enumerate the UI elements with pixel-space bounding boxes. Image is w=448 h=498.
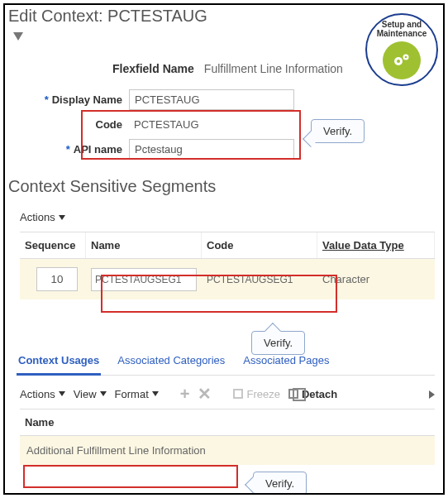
- verify-callout-1: Verify.: [311, 119, 365, 143]
- delete-icon[interactable]: ✕: [198, 385, 212, 402]
- verify-callout-2: Verify.: [251, 331, 305, 355]
- badge-text: Setup andMaintenance: [377, 20, 427, 38]
- col-value-data-type[interactable]: Value Data Type: [317, 232, 435, 258]
- segments-table: Sequence Name Code Value Data Type PCTES…: [20, 232, 435, 299]
- col-code[interactable]: Code: [202, 232, 317, 258]
- segment-name-input[interactable]: [91, 268, 197, 291]
- segments-heading: Context Sensitive Segments: [5, 162, 443, 199]
- detach-button[interactable]: Detach: [288, 388, 337, 400]
- badge-icon-circle: [383, 41, 421, 79]
- code-label: Code: [96, 118, 123, 131]
- caret-down-icon: [152, 391, 159, 396]
- usages-actions-menu[interactable]: Actions: [20, 388, 65, 400]
- highlight-usage-row: [23, 465, 238, 488]
- code-row: Code PCTESTAUG: [5, 113, 443, 136]
- caret-down-icon: [59, 215, 65, 220]
- gears-icon: [392, 51, 412, 70]
- col-name[interactable]: Name: [86, 232, 202, 258]
- display-name-row: *Display Name: [5, 87, 443, 113]
- display-name-input[interactable]: [129, 89, 294, 110]
- sequence-input[interactable]: [36, 267, 78, 291]
- display-name-label: Display Name: [52, 93, 122, 106]
- subtabs: Context Usages Associated Categories Ass…: [17, 349, 435, 376]
- flexfield-name-label: Flexfield Name: [112, 62, 194, 75]
- disclose-toggle[interactable]: [13, 32, 23, 41]
- code-value: PCTESTAUG: [129, 115, 294, 134]
- usages-row-name: Additional Fulfillment Line Information: [26, 444, 206, 457]
- edit-context-page: Edit Context: PCTESTAUG Setup andMainten…: [3, 3, 445, 495]
- usages-view-menu[interactable]: View: [74, 388, 107, 400]
- add-icon[interactable]: +: [180, 385, 190, 402]
- col-sequence[interactable]: Sequence: [20, 232, 86, 258]
- api-name-input[interactable]: [129, 139, 294, 160]
- svg-point-1: [397, 60, 400, 63]
- table-row[interactable]: PCTESTAUGSEG1 Character: [20, 259, 435, 299]
- usages-row[interactable]: Additional Fulfillment Line Information: [20, 436, 435, 465]
- verify-callout-3: Verify.: [253, 472, 307, 495]
- freeze-icon: [233, 389, 243, 399]
- svg-point-3: [405, 55, 407, 58]
- segment-vdt-cell: Character: [317, 270, 435, 289]
- api-name-label: API name: [74, 143, 122, 156]
- caret-down-icon: [100, 391, 107, 396]
- segments-actions-menu[interactable]: Actions: [20, 211, 65, 223]
- freeze-button[interactable]: Freeze: [233, 388, 279, 400]
- overflow-right-icon[interactable]: [429, 390, 435, 399]
- tab-context-usages[interactable]: Context Usages: [17, 349, 101, 376]
- segment-code-cell: PCTESTAUGSEG1: [202, 271, 317, 289]
- api-name-row: *API name: [5, 136, 443, 162]
- flexfield-name-value: Fulfillment Line Information: [204, 62, 343, 75]
- detach-icon: [288, 389, 298, 399]
- usages-format-menu[interactable]: Format: [115, 388, 159, 400]
- usages-toolbar: Actions View Format + ✕ Freeze Detach: [5, 376, 443, 409]
- caret-down-icon: [59, 391, 65, 396]
- tab-associated-categories[interactable]: Associated Categories: [116, 349, 226, 375]
- setup-maintenance-badge[interactable]: Setup andMaintenance: [365, 13, 438, 86]
- usages-col-name[interactable]: Name: [20, 409, 435, 436]
